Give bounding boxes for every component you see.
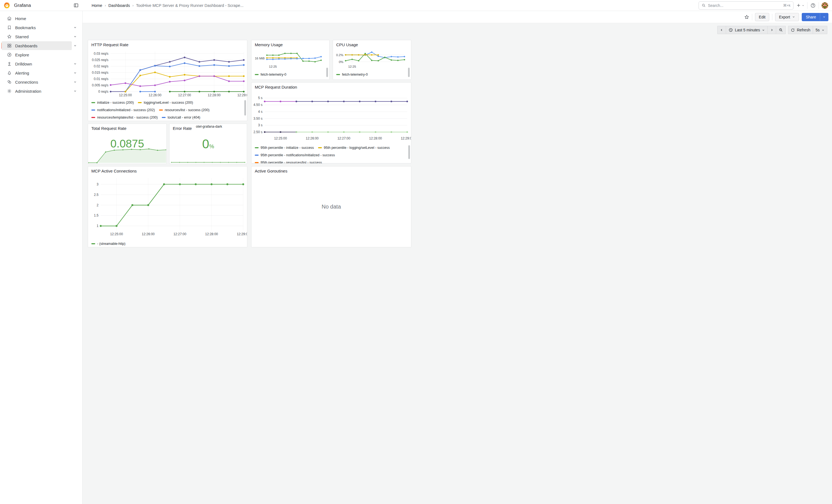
sidebar-link-home[interactable]: Home (2, 14, 72, 23)
grafana-logo-icon[interactable] (3, 2, 10, 9)
links-icon (7, 80, 12, 84)
sidebar-link-alerting[interactable]: Alerting (2, 69, 72, 77)
legend-item[interactable]: - (streamable-http) (92, 240, 126, 247)
panel-active-goroutines: Active Goroutines No data (251, 166, 411, 247)
sidebar-item-home: Home (0, 14, 82, 23)
compass-icon (7, 52, 12, 57)
dock-menu-icon[interactable] (74, 3, 79, 8)
svg-text:0 req/s: 0 req/s (98, 90, 108, 94)
breadcrumb-separator: › (132, 3, 133, 7)
svg-text:12:28:00: 12:28:00 (369, 136, 382, 140)
svg-text:12:27:00: 12:27:00 (337, 136, 350, 140)
legend-item[interactable]: fetch-telemetry-0 (336, 71, 368, 78)
panel-cpu-usage: CPU Usage 0.2%0%12:25 fetch-telemetry-0 (333, 40, 411, 80)
svg-text:12:25:00: 12:25:00 (274, 136, 287, 140)
panel-title[interactable]: MCP Request Duration (255, 85, 297, 89)
svg-text:12:28:00: 12:28:00 (208, 93, 220, 97)
sidebar-link-starred[interactable]: Starred (2, 32, 72, 41)
breadcrumb-home[interactable]: Home (92, 3, 102, 8)
legend-item[interactable]: resources/templates/list - success (200) (92, 114, 158, 121)
svg-text:12:25: 12:25 (269, 65, 277, 68)
sidebar-item-label: Starred (15, 34, 29, 39)
chevron-down-icon[interactable] (74, 26, 77, 29)
breadcrumb-dashboards[interactable]: Dashboards (108, 3, 130, 8)
panel-error-rate: Error Rate otel-grafana-dark 0% (169, 124, 247, 164)
sidebar-item-label: Explore (15, 53, 29, 57)
sidebar-link-administration[interactable]: Administration (2, 87, 72, 96)
svg-text:12:27:00: 12:27:00 (178, 93, 191, 97)
legend-item[interactable]: fetch-telemetry-0 (255, 71, 286, 78)
sidebar-link-dashboards[interactable]: Dashboards (2, 41, 72, 50)
svg-text:12:26:00: 12:26:00 (306, 136, 319, 140)
sidebar-item-alerting: Alerting (0, 69, 82, 77)
legend-item[interactable]: tools/call - error (404) (162, 114, 200, 121)
legend-item[interactable]: 95th percentile - notifications/initiali… (255, 152, 335, 158)
svg-text:1.5: 1.5 (94, 213, 99, 217)
chevron-down-icon[interactable] (74, 62, 77, 65)
chevron-down-icon[interactable] (74, 35, 77, 38)
sidebar-link-bookmarks[interactable]: Bookmarks (2, 23, 72, 32)
chevron-down-icon[interactable] (74, 80, 77, 84)
sidebar-item-label: Home (15, 16, 26, 21)
panel-title[interactable]: HTTP Request Rate (92, 43, 129, 47)
sidebar-link-drilldown[interactable]: Drilldown (2, 59, 72, 68)
svg-text:0.2%: 0.2% (336, 53, 343, 57)
legend-item[interactable]: 95th percentile - logging/setLevel - suc… (318, 144, 390, 151)
svg-text:12:26:00: 12:26:00 (142, 232, 155, 236)
connections-legend: - (streamable-http) (92, 240, 243, 247)
sidebar-item-bookmarks: Bookmarks (0, 23, 82, 32)
http-legend: initialize - success (200)logging/setLev… (92, 99, 243, 121)
brand: Grafana (0, 0, 82, 11)
svg-text:12:25: 12:25 (348, 65, 356, 68)
http-request-rate-chart[interactable]: 0 req/s0.005 req/s0.01 req/s0.015 req/s0… (88, 48, 247, 99)
legend-scrollbar[interactable] (244, 100, 246, 115)
bookmark-icon (7, 25, 12, 30)
panel-mcp-request-duration: MCP Request Duration 5 s4.50 s4 s3.50 s3… (251, 82, 411, 163)
svg-text:0.01 req/s: 0.01 req/s (94, 77, 108, 81)
drilldown-icon (7, 61, 12, 66)
breadcrumb: Home › Dashboards › ToolHive MCP Server … (82, 3, 243, 8)
breadcrumb-separator: › (105, 3, 106, 7)
brand-name: Grafana (14, 3, 31, 8)
panel-title[interactable]: MCP Active Connections (92, 169, 137, 173)
legend-scrollbar[interactable] (408, 145, 410, 159)
legend-item[interactable]: initialize - success (200) (92, 99, 134, 106)
memory-legend: fetch-telemetry-0 (255, 71, 326, 78)
svg-text:12:29:00: 12:29:00 (237, 93, 247, 97)
sidebar-item-administration: Administration (0, 87, 82, 96)
legend-item[interactable]: 95th percentile - initialize - success (255, 144, 314, 151)
panel-scrollbar[interactable] (326, 68, 328, 77)
chevron-down-icon[interactable] (74, 44, 77, 47)
panel-memory-usage: Memory Usage 16 MiB12:25 fetch-telemetry… (251, 40, 330, 80)
panel-title[interactable]: CPU Usage (336, 43, 358, 47)
mcp-active-connections-chart[interactable]: 11.522.5312:25:0012:26:0012:27:0012:28:0… (88, 174, 247, 239)
svg-text:12:25:00: 12:25:00 (119, 93, 132, 97)
svg-text:12:28:00: 12:28:00 (205, 232, 218, 236)
svg-text:12:29:00: 12:29:00 (401, 136, 411, 140)
legend-item[interactable]: logging/setLevel - success (200) (138, 99, 193, 106)
svg-text:16 MiB: 16 MiB (255, 57, 265, 60)
cpu-usage-chart[interactable]: 0.2%0%12:25 (333, 48, 411, 69)
no-data-message: No data (252, 166, 411, 247)
legend-item[interactable]: 95th percentile - resources/list - succe… (255, 159, 322, 163)
sidebar-link-explore[interactable]: Explore (2, 50, 72, 59)
legend-item[interactable]: resources/list - success (200) (159, 107, 210, 113)
panel-scrollbar[interactable] (408, 68, 410, 77)
svg-text:4.50 s: 4.50 s (253, 103, 262, 107)
sidebar-item-label: Drilldown (15, 62, 32, 66)
chevron-down-icon[interactable] (74, 89, 77, 93)
chevron-down-icon[interactable] (74, 71, 77, 75)
sidebar-link-connections[interactable]: Connections (2, 78, 72, 86)
grid-icon (7, 43, 12, 48)
legend-item[interactable]: notifications/initialized - success (202… (92, 107, 155, 113)
memory-usage-chart[interactable]: 16 MiB12:25 (252, 48, 329, 69)
stat-value: 0% (202, 136, 214, 151)
breadcrumb-current: ToolHive MCP Server & Proxy Runner Dashb… (136, 3, 244, 8)
mcp-request-duration-chart[interactable]: 5 s4.50 s4 s3.50 s3 s2.50 s12:25:0012:26… (252, 90, 411, 142)
svg-text:12:26:00: 12:26:00 (149, 93, 161, 97)
svg-text:0%: 0% (339, 60, 343, 63)
sidebar-item-label: Bookmarks (15, 25, 36, 30)
duration-legend: 95th percentile - initialize - success95… (255, 143, 407, 163)
panel-title[interactable]: Memory Usage (255, 43, 283, 47)
series-annotation: otel-grafana-dark (196, 125, 222, 129)
